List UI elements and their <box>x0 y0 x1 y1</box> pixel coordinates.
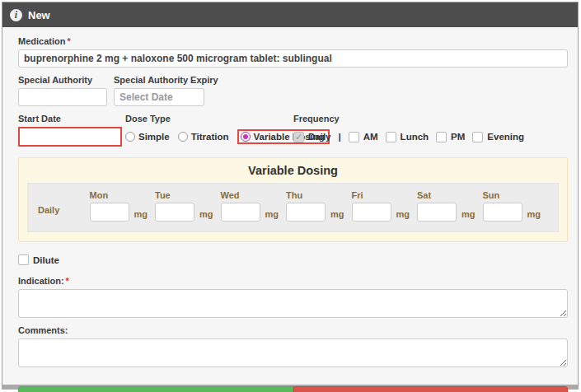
frequency-option-daily: Daily <box>293 132 331 142</box>
dilute-checkbox[interactable]: Dilute <box>18 254 59 265</box>
dose-thu-input[interactable] <box>286 203 326 222</box>
frequency-separator: | <box>339 132 341 142</box>
dialog-body: Medication* Special Authority Special Au… <box>2 27 578 392</box>
unit-label: mg <box>134 209 148 222</box>
radio-icon <box>125 132 135 142</box>
required-asterisk: * <box>67 36 70 46</box>
checkbox-icon <box>349 132 359 142</box>
comments-label: Comments: <box>18 325 568 335</box>
save-button[interactable]: Save <box>18 386 293 392</box>
dose-sat-input[interactable] <box>417 203 457 222</box>
day-label: Fri <box>352 190 418 200</box>
new-medication-dialog: i New Medication* Special Authority Spec… <box>2 2 579 390</box>
dose-type-option-simple[interactable]: Simple <box>125 132 170 142</box>
variable-dosing-title: Variable Dosing <box>27 161 559 183</box>
indication-label: Indication:* <box>18 276 568 286</box>
checkbox-icon <box>436 132 447 142</box>
day-label: Mon <box>90 190 156 200</box>
dose-fri-input[interactable] <box>352 203 391 222</box>
info-icon: i <box>10 9 22 21</box>
frequency-option-pm[interactable]: PM <box>436 132 465 142</box>
dose-wed-input[interactable] <box>221 203 260 222</box>
day-column-mon: Mon mg <box>90 190 156 222</box>
day-column-tue: Tue mg <box>155 190 221 222</box>
special-authority-label: Special Authority <box>18 75 110 85</box>
unit-label: mg <box>462 209 476 222</box>
special-authority-expiry-input[interactable] <box>114 88 204 106</box>
start-date-label: Start Date <box>18 114 125 124</box>
comments-textarea[interactable] <box>18 338 568 367</box>
checkbox-icon <box>18 254 29 265</box>
medication-label: Medication* <box>18 36 568 46</box>
dialog-header: i New <box>2 2 578 27</box>
unit-label: mg <box>265 209 279 222</box>
unit-label: mg <box>527 209 541 222</box>
day-column-sun: Sun mg <box>483 190 549 222</box>
special-authority-input[interactable] <box>18 88 107 106</box>
day-label: Sat <box>417 190 483 200</box>
variable-dosing-row: Daily Mon mg Tue mg Wed <box>27 183 559 232</box>
dose-mon-input[interactable] <box>90 203 129 222</box>
day-label: Sun <box>483 190 549 200</box>
day-label: Thu <box>286 190 352 200</box>
variable-dosing-row-label: Daily <box>38 205 90 222</box>
start-date-input[interactable] <box>18 127 122 147</box>
radio-icon <box>178 132 188 142</box>
dose-type-option-titration[interactable]: Titration <box>178 132 229 142</box>
medication-input[interactable] <box>18 49 568 68</box>
frequency-option-lunch[interactable]: Lunch <box>386 132 429 142</box>
unit-label: mg <box>330 209 344 222</box>
checkbox-icon <box>386 132 396 142</box>
day-label: Tue <box>155 190 221 200</box>
day-label: Wed <box>221 190 287 200</box>
checkbox-checked-disabled-icon <box>293 132 304 142</box>
frequency-option-evening[interactable]: Evening <box>472 132 524 142</box>
required-asterisk: * <box>66 276 69 286</box>
special-authority-expiry-label: Special Authority Expiry <box>114 75 218 85</box>
variable-dosing-panel: Variable Dosing Daily Mon mg Tue mg <box>18 157 568 242</box>
unit-label: mg <box>396 209 410 222</box>
indication-textarea[interactable] <box>18 289 568 318</box>
radio-selected-icon <box>241 132 251 142</box>
dialog-title: New <box>28 9 50 21</box>
frequency-option-am[interactable]: AM <box>349 132 378 142</box>
unit-label: mg <box>199 209 213 222</box>
dose-type-label: Dose Type <box>125 114 293 124</box>
frequency-label: Frequency <box>293 114 568 124</box>
cancel-button[interactable]: Cancel <box>293 386 569 392</box>
dose-sun-input[interactable] <box>483 203 522 222</box>
dose-tue-input[interactable] <box>155 203 194 222</box>
day-column-thu: Thu mg <box>286 190 352 222</box>
day-column-fri: Fri mg <box>352 190 418 222</box>
day-column-sat: Sat mg <box>417 190 483 222</box>
day-column-wed: Wed mg <box>221 190 287 222</box>
checkbox-icon <box>472 132 483 142</box>
